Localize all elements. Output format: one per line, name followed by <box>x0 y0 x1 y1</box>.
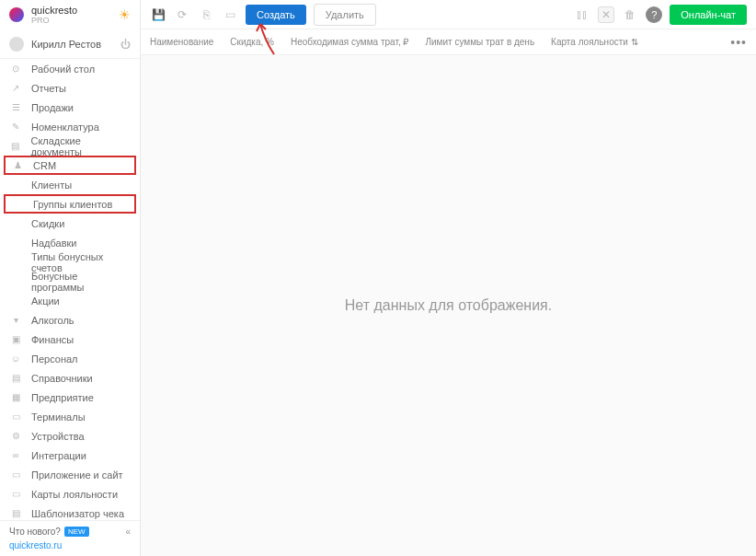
nav-label: Продажи <box>31 102 74 113</box>
nav-icon: ↗ <box>9 82 22 95</box>
nav-label: Устройства <box>31 431 85 442</box>
nav-label: Рабочий стол <box>31 64 95 75</box>
nav-icon: ▾ <box>9 314 22 327</box>
logo-icon <box>9 7 24 22</box>
nav-item-3[interactable]: ✎Номенклатура <box>0 117 140 136</box>
nav-label: Интеграции <box>31 450 86 461</box>
brand-sub: PRO <box>31 16 119 25</box>
nav-item-13[interactable]: ▾Алкоголь <box>0 310 140 330</box>
chat-button[interactable]: Онлайн-чат <box>670 5 747 25</box>
more-icon[interactable]: ••• <box>730 35 747 50</box>
nav-label: Финансы <box>31 334 74 345</box>
new-badge: NEW <box>64 527 89 537</box>
nav-item-18[interactable]: ▭Терминалы <box>0 407 140 426</box>
delete-button[interactable]: Удалить <box>314 4 376 26</box>
footer-link[interactable]: quickresto.ru <box>9 540 131 550</box>
content-area: Нет данных для отображения. <box>141 55 756 556</box>
sidebar: quickresto PRO ☀ Кирилл Рестов ⏻ ⊙Рабочи… <box>0 0 141 556</box>
nav-item-8[interactable]: Скидки <box>0 214 140 233</box>
nav-item-7[interactable]: Группы клиентов <box>4 194 136 214</box>
nav-icon: ▭ <box>9 469 22 481</box>
nav-label: Справочники <box>31 373 93 384</box>
col-header-1[interactable]: Скидка, % <box>230 37 274 47</box>
nav-item-17[interactable]: ▦Предприятие <box>0 388 140 407</box>
avatar <box>9 37 24 52</box>
nav-icon: ▭ <box>9 488 22 501</box>
tools-icon[interactable]: ✕ <box>598 6 614 23</box>
sidebar-footer: Что нового? NEW « quickresto.ru <box>0 520 140 556</box>
nav-item-10[interactable]: Типы бонусных счетов <box>0 252 140 272</box>
nav-label: Персонал <box>31 353 78 365</box>
nav-label: Отчеты <box>31 83 66 94</box>
nav-icon: ♟ <box>11 159 24 172</box>
nav-item-11[interactable]: Бонусные программы <box>0 272 140 291</box>
nav-icon: ☺ <box>9 353 22 365</box>
nav-label: Номенклатура <box>31 122 99 133</box>
nav-item-22[interactable]: ▭Карты лояльности <box>0 484 140 504</box>
nav-item-2[interactable]: ☰Продажи <box>0 98 140 117</box>
nav-item-19[interactable]: ⚙Устройства <box>0 426 140 446</box>
column-headers: НаименованиеСкидка, %Необходимая сумма т… <box>141 29 756 55</box>
nav-label: Акции <box>31 295 60 307</box>
nav-icon: ∞ <box>9 449 22 462</box>
nav-item-14[interactable]: ▣Финансы <box>0 330 140 349</box>
help-icon[interactable]: ? <box>646 6 662 23</box>
col-header-0[interactable]: Наименование <box>150 37 213 47</box>
col-header-3[interactable]: Лимит суммы трат в день <box>425 37 534 47</box>
nav-icon: ⊙ <box>9 63 22 75</box>
power-icon[interactable]: ⏻ <box>120 39 131 50</box>
nav-label: Бонусные программы <box>31 271 131 293</box>
copy-icon[interactable]: ⎘ <box>198 6 214 23</box>
refresh-icon[interactable]: ⟳ <box>174 6 190 23</box>
nav-icon: ▦ <box>9 391 22 404</box>
nav-icon: ⚙ <box>9 430 22 443</box>
nav-label: Скидки <box>31 218 64 229</box>
filter-icon[interactable]: ⫿⫿ <box>574 6 590 23</box>
nav-label: Шаблонизатор чека <box>31 508 124 519</box>
nav-label: Группы клиентов <box>33 199 112 210</box>
trash-icon[interactable]: 🗑 <box>622 6 638 23</box>
nav-icon: ▭ <box>9 411 22 423</box>
main: 💾 ⟳ ⎘ ▭ Создать Удалить ⫿⫿ ✕ 🗑 ? Онлайн-… <box>141 0 756 556</box>
nav-list: ⊙Рабочий стол↗Отчеты☰Продажи✎Номенклатур… <box>0 59 140 520</box>
nav-label: Приложение и сайт <box>31 469 123 481</box>
nav-item-23[interactable]: ▤Шаблонизатор чека <box>0 504 140 520</box>
brand-name: quickresto <box>31 5 119 16</box>
nav-label: Алкоголь <box>31 315 74 326</box>
nav-label: Клиенты <box>31 180 72 191</box>
nav-item-16[interactable]: ▤Справочники <box>0 368 140 388</box>
nav-item-1[interactable]: ↗Отчеты <box>0 78 140 98</box>
nav-label: Надбавки <box>31 237 76 249</box>
empty-message: Нет данных для отображения. <box>345 297 552 314</box>
nav-icon: ▤ <box>9 507 22 520</box>
col-header-4[interactable]: Карта лояльности ⇅ <box>551 37 638 47</box>
nav-item-6[interactable]: Клиенты <box>0 175 140 194</box>
toolbar: 💾 ⟳ ⎘ ▭ Создать Удалить ⫿⫿ ✕ 🗑 ? Онлайн-… <box>141 0 756 29</box>
nav-item-21[interactable]: ▭Приложение и сайт <box>0 465 140 484</box>
nav-label: Терминалы <box>31 411 86 423</box>
nav-item-20[interactable]: ∞Интеграции <box>0 446 140 465</box>
nav-item-0[interactable]: ⊙Рабочий стол <box>0 59 140 78</box>
theme-icon[interactable]: ☀ <box>119 7 131 22</box>
collapse-icon[interactable]: « <box>125 527 131 537</box>
nav-item-12[interactable]: Акции <box>0 291 140 310</box>
sidebar-header: quickresto PRO ☀ <box>0 0 140 29</box>
save-icon[interactable]: 💾 <box>150 6 166 23</box>
nav-item-5[interactable]: ♟CRM <box>4 156 136 175</box>
display-icon[interactable]: ▭ <box>222 6 238 23</box>
nav-label: CRM <box>33 160 56 171</box>
create-button[interactable]: Создать <box>246 5 306 25</box>
col-header-2[interactable]: Необходимая сумма трат, ₽ <box>291 37 409 47</box>
nav-item-4[interactable]: ▤Складские документы <box>0 136 140 156</box>
nav-label: Карты лояльности <box>31 489 118 500</box>
nav-icon: ☰ <box>9 101 22 114</box>
user-row[interactable]: Кирилл Рестов ⏻ <box>0 29 140 59</box>
nav-icon: ▣ <box>9 333 22 346</box>
whats-new[interactable]: Что нового? NEW « <box>9 527 131 537</box>
user-name: Кирилл Рестов <box>31 39 120 50</box>
nav-label: Предприятие <box>31 392 94 403</box>
nav-icon: ▤ <box>9 140 21 153</box>
nav-item-9[interactable]: Надбавки <box>0 233 140 252</box>
nav-item-15[interactable]: ☺Персонал <box>0 349 140 368</box>
nav-icon: ▤ <box>9 372 22 385</box>
